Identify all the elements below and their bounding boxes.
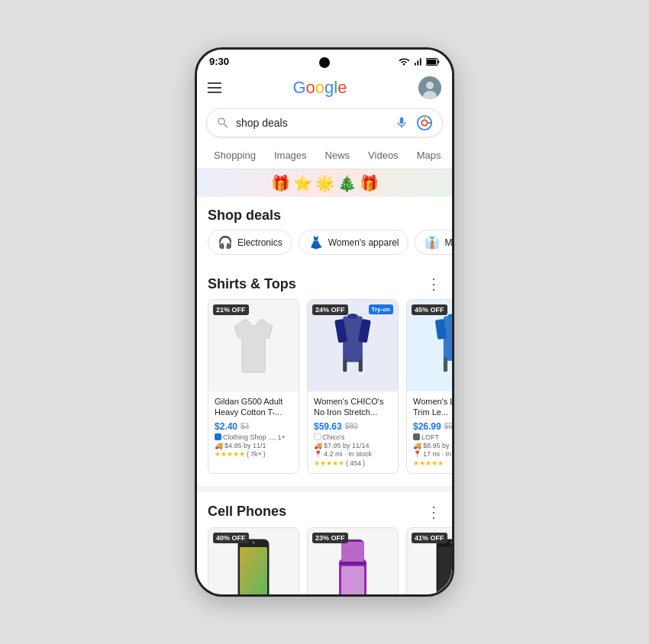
try-on-badge: Try-on — [369, 304, 393, 314]
svg-rect-31 — [341, 542, 364, 562]
phones-section-header: Cell Phones ⋮ — [197, 492, 452, 527]
gildan-price: $2.40 — [215, 421, 237, 432]
tabs-row: Shopping Images News Videos Maps Books — [197, 143, 452, 169]
shop-deals-header: Shop deals — [197, 197, 452, 230]
chicos-rating: ★★★★★ (454) — [314, 459, 392, 467]
camera-notch — [319, 57, 330, 68]
loft-seller-icon — [413, 433, 420, 440]
logo-e: e — [337, 78, 347, 98]
shirts-more-button[interactable]: ⋮ — [426, 275, 441, 293]
product-card-a13[interactable]: 40% OFF — [208, 527, 299, 594]
chicos-price-row: $59.63 $80 — [314, 421, 392, 432]
truck-icon: 🚚 — [215, 442, 223, 449]
logo-g2: g — [324, 78, 334, 98]
status-icons — [399, 56, 440, 67]
tab-news[interactable]: News — [316, 143, 360, 169]
s23-discount: 41% OFF — [412, 533, 447, 543]
menu-button[interactable] — [208, 82, 221, 93]
chip-electronics-label: Electronics — [237, 237, 283, 248]
phones-more-button[interactable]: ⋮ — [426, 503, 441, 521]
tab-images[interactable]: Images — [265, 143, 316, 169]
gildan-shipping: 🚚 $4.95 by 11/1 — [215, 442, 292, 449]
status-bar: 9:30 — [197, 50, 452, 70]
truck-icon3: 🚚 — [413, 442, 421, 449]
wifi-icon — [399, 56, 409, 67]
product-card-chicos[interactable]: 24% OFF Try-on Women's CHICO's No Iron — [307, 299, 399, 474]
shirts-title: Shirts & Tops — [208, 276, 296, 292]
gildan-rating: ★★★★★ (7k+) — [215, 450, 292, 458]
chip-electronics[interactable]: 🎧 Electronics — [208, 230, 292, 255]
fold4-discount: 23% OFF — [312, 533, 348, 543]
phone-fold4-svg — [330, 536, 376, 594]
status-time: 9:30 — [209, 56, 229, 67]
microphone-icon[interactable] — [395, 116, 408, 130]
chicos-price: $59.63 — [314, 421, 342, 432]
electronics-icon: 🎧 — [218, 235, 233, 250]
section-divider — [197, 486, 452, 492]
svg-rect-29 — [341, 566, 364, 594]
a13-image: 40% OFF — [208, 528, 299, 594]
svg-point-4 — [426, 82, 434, 89]
pin-icon: 📍 — [314, 450, 322, 458]
tab-maps[interactable]: Maps — [408, 143, 450, 169]
shop-deals-chips: 🎧 Electronics 👗 Women's apparel 👔 Men's … — [197, 230, 452, 264]
chicos-info: Women's CHICO's No Iron Stretch... $59.6… — [308, 391, 398, 473]
search-bar[interactable]: shop deals — [206, 108, 443, 137]
gildan-image: 21% OFF — [208, 300, 299, 391]
product-card-loft[interactable]: 45% OFF Women's Loft Button Trim Le... — [406, 299, 452, 474]
signal-icon — [412, 56, 423, 67]
shirts-section: Shirts & Tops ⋮ 21% OFF Gildan G500 Adul… — [197, 264, 452, 486]
chip-mens-apparel[interactable]: 👔 Men's apparel — [415, 230, 452, 255]
a13-discount: 40% OFF — [213, 533, 249, 543]
header: G o o g l e — [197, 70, 452, 105]
product-card-gildan[interactable]: 21% OFF Gildan G500 Adult Heavy Cotton T… — [208, 299, 299, 474]
womens-shirt-svg — [330, 308, 376, 384]
gildan-seller: Clothing Shop ..., 1+ — [215, 433, 292, 441]
svg-point-7 — [421, 120, 427, 125]
chicos-discount: 24% OFF — [312, 304, 348, 315]
tab-shopping[interactable]: Shopping — [205, 143, 265, 169]
shop-deals-section: Shop deals 🎧 Electronics 👗 Women's appar… — [197, 197, 452, 264]
chicos-name: Women's CHICO's No Iron Stretch... — [314, 396, 392, 418]
fold4-image: 23% OFF — [308, 528, 398, 594]
gildan-name: Gildan G500 Adult Heavy Cotton T-... — [215, 396, 292, 418]
holiday-decoration-4: 🎄 — [337, 174, 357, 192]
product-card-s23[interactable]: 41% OFF Samsung Gal... S23 — [406, 527, 452, 594]
gildan-original-price: $3 — [241, 422, 249, 430]
svg-rect-15 — [343, 359, 347, 372]
holiday-banner: 🎁 ⭐ 🌟 🎄 🎁 — [197, 169, 452, 197]
phone-screen: 9:30 G o o g l e — [197, 50, 452, 594]
google-logo: G o o g l e — [292, 78, 347, 98]
gildan-info: Gildan G500 Adult Heavy Cotton T-... $2.… — [208, 391, 299, 464]
chicos-seller: Chico's — [314, 433, 392, 441]
womens-apparel-icon: 👗 — [308, 235, 324, 250]
loft-shipping: 🚚 $8.95 by 11/8 — [413, 442, 452, 449]
gildan-price-row: $2.40 $3 — [215, 421, 292, 432]
loft-info: Women's Loft Button Trim Le... $26.99 $5… — [407, 391, 452, 473]
battery-icon — [426, 56, 440, 67]
user-avatar[interactable] — [418, 76, 441, 99]
loft-seller: LOFT — [413, 433, 452, 441]
chicos-location: 📍 4.2 mi · In stock — [314, 450, 392, 458]
holiday-decoration-5: 🎁 — [360, 174, 379, 192]
chip-mens-label: Men's apparel — [444, 237, 452, 248]
svg-rect-32 — [339, 562, 366, 565]
logo-o2: o — [315, 78, 324, 98]
pin-icon2: 📍 — [413, 450, 421, 458]
loft-name: Women's Loft Button Trim Le... — [413, 396, 452, 418]
tab-videos[interactable]: Videos — [359, 143, 408, 169]
tab-books[interactable]: Books — [450, 143, 452, 169]
holiday-decoration-3: 🌟 — [315, 174, 334, 192]
shirts-products-row: 21% OFF Gildan G500 Adult Heavy Cotton T… — [197, 299, 452, 486]
chip-womens-label: Women's apparel — [328, 237, 399, 248]
google-lens-icon[interactable] — [416, 114, 433, 131]
product-card-fold4[interactable]: 23% OFF Samsung Galaxy Z Fold4 — [307, 527, 399, 594]
svg-rect-21 — [444, 357, 447, 372]
chicos-image: 24% OFF Try-on — [308, 300, 398, 391]
chip-womens-apparel[interactable]: 👗 Women's apparel — [299, 230, 409, 255]
logo-g: G — [292, 78, 305, 98]
gildan-discount: 21% OFF — [213, 304, 249, 315]
phone-s23-svg — [429, 536, 452, 594]
loft-rating: ★★★★★ — [413, 459, 452, 467]
chicos-stars: ★★★★★ — [314, 459, 344, 467]
